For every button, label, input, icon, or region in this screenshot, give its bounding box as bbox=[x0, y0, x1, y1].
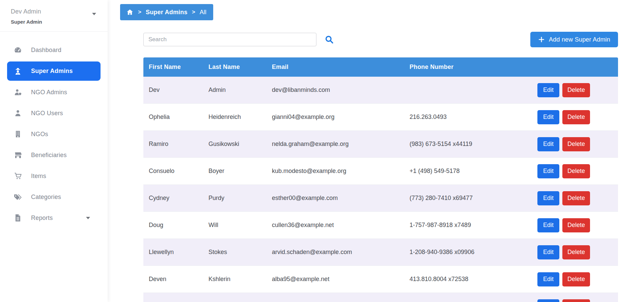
sidebar-item-dashboard[interactable]: Dashboard bbox=[0, 40, 108, 60]
cell-last-name: Boyer bbox=[203, 168, 267, 175]
cell-first-name: Llewellyn bbox=[143, 249, 203, 256]
cell-email: dev@libanminds.com bbox=[267, 86, 404, 94]
cell-email: kub.modesto@example.org bbox=[267, 168, 404, 175]
sidebar-item-label: Super Admins bbox=[31, 68, 73, 75]
cell-phone: 413.810.8004 x72538 bbox=[404, 276, 532, 283]
sidebar-item-items[interactable]: Items bbox=[0, 166, 108, 186]
column-header-last-name: Last Name bbox=[203, 64, 267, 71]
edit-button[interactable]: Edit bbox=[537, 83, 559, 97]
cell-email: arvid.schaden@example.com bbox=[267, 249, 404, 256]
cell-first-name: Cydney bbox=[143, 195, 203, 202]
cell-email: cullen36@example.net bbox=[267, 222, 404, 229]
sidebar-item-beneficiaries[interactable]: Beneficiaries bbox=[0, 145, 108, 166]
cell-last-name: Kshlerin bbox=[203, 276, 267, 283]
delete-button[interactable]: Delete bbox=[562, 83, 590, 97]
cell-last-name: Gusikowski bbox=[203, 141, 267, 148]
add-button-label: Add new Super Admin bbox=[549, 36, 610, 43]
toolbar: Add new Super Admin bbox=[143, 32, 618, 47]
delete-button[interactable]: Delete bbox=[562, 218, 590, 232]
table-row: Llewellyn Stokes arvid.schaden@example.c… bbox=[143, 239, 618, 266]
user-role: Super Admin bbox=[11, 19, 97, 25]
building-icon bbox=[13, 130, 22, 139]
sidebar-item-ngo-admins[interactable]: NGO Admins bbox=[0, 82, 108, 103]
cell-phone: (773) 280-7410 x69477 bbox=[404, 195, 532, 202]
edit-button[interactable]: Edit bbox=[537, 191, 559, 205]
edit-button[interactable]: Edit bbox=[537, 245, 559, 259]
table-row: Ophelia Heidenreich gianni04@example.org… bbox=[143, 104, 618, 131]
sidebar-item-ngo-users[interactable]: NGO Users bbox=[0, 103, 108, 124]
user-name: Dev Admin bbox=[11, 8, 97, 15]
cell-last-name: Admin bbox=[203, 86, 267, 94]
delete-button[interactable]: Delete bbox=[562, 245, 590, 259]
sidebar: Dev Admin Super Admin Dashboard Super Ad… bbox=[0, 0, 108, 302]
cell-email: esther00@example.com bbox=[267, 195, 404, 202]
table-row: Bennie Reinger lauretta89@example.org 22… bbox=[143, 293, 618, 302]
delete-button[interactable]: Delete bbox=[562, 299, 590, 302]
sidebar-user-header[interactable]: Dev Admin Super Admin bbox=[0, 0, 108, 32]
table-header: First Name Last Name Email Phone Number bbox=[143, 57, 618, 77]
delete-button[interactable]: Delete bbox=[562, 137, 590, 151]
cell-first-name: Ophelia bbox=[143, 114, 203, 121]
sidebar-item-label: Beneficiaries bbox=[31, 152, 67, 159]
sidebar-item-super-admins[interactable]: Super Admins bbox=[7, 61, 101, 81]
delete-button[interactable]: Delete bbox=[562, 191, 590, 205]
breadcrumb-item-super-admins[interactable]: Super Admins bbox=[146, 9, 188, 16]
cell-phone: 1-757-987-8918 x7489 bbox=[404, 222, 532, 229]
search-input[interactable] bbox=[143, 33, 316, 46]
search-button[interactable] bbox=[324, 34, 335, 45]
edit-button[interactable]: Edit bbox=[537, 218, 559, 232]
sidebar-item-label: NGOs bbox=[31, 131, 48, 138]
cell-first-name: Ramiro bbox=[143, 141, 203, 148]
plus-icon bbox=[538, 36, 545, 43]
breadcrumb-separator: > bbox=[192, 9, 195, 16]
cell-email: gianni04@example.org bbox=[267, 114, 404, 121]
cell-last-name: Purdy bbox=[203, 195, 267, 202]
chevron-down-icon[interactable] bbox=[92, 13, 96, 15]
search-icon bbox=[325, 35, 334, 44]
cell-last-name: Will bbox=[203, 222, 267, 229]
column-header-first-name: First Name bbox=[143, 64, 203, 71]
sidebar-item-label: NGO Admins bbox=[31, 89, 67, 96]
sidebar-menu: Dashboard Super Admins NGO Admins NGO Us… bbox=[0, 32, 108, 228]
sidebar-item-categories[interactable]: Categories bbox=[0, 186, 108, 207]
cell-email: nelda.graham@example.org bbox=[267, 141, 404, 148]
breadcrumb: > Super Admins > All bbox=[120, 4, 213, 20]
edit-button[interactable]: Edit bbox=[537, 110, 559, 124]
home-icon[interactable] bbox=[126, 8, 134, 16]
main-content: > Super Admins > All Add new Super Admin… bbox=[108, 0, 644, 302]
breadcrumb-item-all[interactable]: All bbox=[200, 9, 206, 16]
tags-icon bbox=[13, 193, 22, 201]
cell-last-name: Stokes bbox=[203, 249, 267, 256]
sidebar-item-label: Items bbox=[31, 173, 46, 180]
column-header-phone: Phone Number bbox=[404, 64, 532, 71]
cell-phone: 216.263.0493 bbox=[404, 114, 532, 121]
cell-phone: +1 (498) 549-5178 bbox=[404, 168, 532, 175]
cell-first-name: Doug bbox=[143, 222, 203, 229]
delete-button[interactable]: Delete bbox=[562, 110, 590, 124]
user-shield-icon bbox=[13, 88, 22, 97]
cell-email: alba95@example.net bbox=[267, 276, 404, 283]
delete-button[interactable]: Delete bbox=[562, 164, 590, 178]
edit-button[interactable]: Edit bbox=[537, 137, 559, 151]
table-row: Consuelo Boyer kub.modesto@example.org +… bbox=[143, 158, 618, 185]
cart-icon bbox=[13, 172, 22, 180]
table-row: Ramiro Gusikowski nelda.graham@example.o… bbox=[143, 131, 618, 158]
sidebar-item-reports[interactable]: Reports bbox=[0, 207, 108, 228]
cell-first-name: Consuelo bbox=[143, 168, 203, 175]
sidebar-item-ngos[interactable]: NGOs bbox=[0, 124, 108, 145]
edit-button[interactable]: Edit bbox=[537, 272, 559, 286]
user-icon bbox=[13, 109, 22, 118]
delete-button[interactable]: Delete bbox=[562, 272, 590, 286]
table-row: Dev Admin dev@libanminds.com Edit Delete bbox=[143, 77, 618, 104]
user-secret-icon bbox=[13, 67, 22, 76]
sidebar-item-label: Reports bbox=[31, 215, 53, 222]
sidebar-item-label: Categories bbox=[31, 194, 61, 201]
cell-first-name: Deven bbox=[143, 276, 203, 283]
cell-phone: 1-208-940-9386 x09906 bbox=[404, 249, 532, 256]
cell-first-name: Dev bbox=[143, 86, 203, 94]
edit-button[interactable]: Edit bbox=[537, 164, 559, 178]
edit-button[interactable]: Edit bbox=[537, 299, 559, 302]
add-super-admin-button[interactable]: Add new Super Admin bbox=[530, 32, 618, 47]
sidebar-item-label: Dashboard bbox=[31, 47, 61, 54]
chevron-down-icon bbox=[86, 217, 90, 219]
